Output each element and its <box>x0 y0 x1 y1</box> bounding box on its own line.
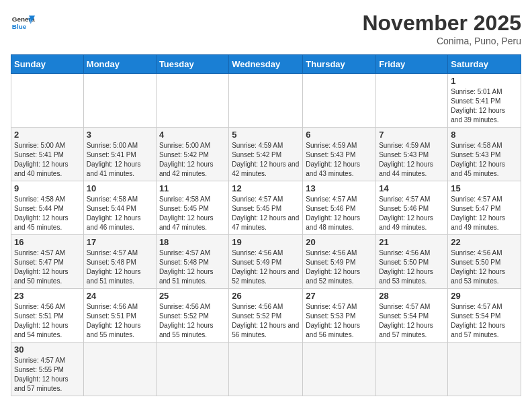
day-number: 11 <box>159 183 226 193</box>
weekday-header-saturday: Saturday <box>448 55 521 74</box>
day-number: 28 <box>379 291 445 301</box>
weekday-header-friday: Friday <box>376 55 448 74</box>
calendar-cell: 26Sunrise: 4:56 AMSunset: 5:52 PMDayligh… <box>229 289 303 342</box>
calendar-cell: 27Sunrise: 4:57 AMSunset: 5:53 PMDayligh… <box>303 289 376 342</box>
calendar-cell: 9Sunrise: 4:58 AMSunset: 5:44 PMDaylight… <box>11 181 84 235</box>
calendar-cell: 10Sunrise: 4:58 AMSunset: 5:44 PMDayligh… <box>83 181 156 235</box>
day-info: Sunrise: 4:57 AMSunset: 5:55 PMDaylight:… <box>14 356 81 394</box>
calendar-cell: 18Sunrise: 4:57 AMSunset: 5:48 PMDayligh… <box>156 235 228 289</box>
calendar-cell <box>448 342 521 396</box>
logo-icon: General Blue <box>11 11 35 35</box>
calendar-week-row: 30Sunrise: 4:57 AMSunset: 5:55 PMDayligh… <box>11 342 521 396</box>
day-info: Sunrise: 4:57 AMSunset: 5:53 PMDaylight:… <box>306 302 373 340</box>
day-info: Sunrise: 4:57 AMSunset: 5:46 PMDaylight:… <box>379 195 445 232</box>
day-info: Sunrise: 4:56 AMSunset: 5:49 PMDaylight:… <box>232 248 300 286</box>
day-info: Sunrise: 4:56 AMSunset: 5:50 PMDaylight:… <box>379 248 445 286</box>
day-info: Sunrise: 4:57 AMSunset: 5:47 PMDaylight:… <box>451 195 518 232</box>
day-number: 14 <box>379 183 445 193</box>
calendar-cell: 12Sunrise: 4:57 AMSunset: 5:45 PMDayligh… <box>229 181 303 235</box>
weekday-header-thursday: Thursday <box>303 55 376 74</box>
day-number: 27 <box>306 291 373 301</box>
calendar-cell <box>229 74 303 128</box>
day-number: 23 <box>14 291 81 301</box>
title-block: November 2025 Conima, Puno, Peru <box>362 11 521 46</box>
calendar-cell: 24Sunrise: 4:56 AMSunset: 5:51 PMDayligh… <box>83 289 156 342</box>
day-info: Sunrise: 4:57 AMSunset: 5:54 PMDaylight:… <box>451 302 518 340</box>
day-info: Sunrise: 5:00 AMSunset: 5:41 PMDaylight:… <box>14 141 81 179</box>
calendar-cell <box>303 74 376 128</box>
day-info: Sunrise: 4:57 AMSunset: 5:48 PMDaylight:… <box>159 248 226 286</box>
day-number: 12 <box>232 183 300 193</box>
calendar-cell: 17Sunrise: 4:57 AMSunset: 5:48 PMDayligh… <box>83 235 156 289</box>
day-info: Sunrise: 4:57 AMSunset: 5:46 PMDaylight:… <box>306 195 373 232</box>
day-number: 30 <box>14 345 81 355</box>
day-number: 2 <box>14 130 81 140</box>
day-number: 18 <box>159 237 226 247</box>
day-number: 9 <box>14 183 81 193</box>
calendar-cell: 21Sunrise: 4:56 AMSunset: 5:50 PMDayligh… <box>376 235 448 289</box>
day-number: 19 <box>232 237 300 247</box>
day-number: 8 <box>451 130 518 140</box>
day-info: Sunrise: 4:59 AMSunset: 5:42 PMDaylight:… <box>232 141 300 179</box>
calendar-week-row: 2Sunrise: 5:00 AMSunset: 5:41 PMDaylight… <box>11 128 521 181</box>
calendar-cell: 22Sunrise: 4:56 AMSunset: 5:50 PMDayligh… <box>448 235 521 289</box>
calendar-cell <box>156 74 228 128</box>
calendar-cell <box>376 74 448 128</box>
logo: General Blue <box>11 11 35 35</box>
calendar-cell: 7Sunrise: 4:59 AMSunset: 5:43 PMDaylight… <box>376 128 448 181</box>
day-info: Sunrise: 5:00 AMSunset: 5:42 PMDaylight:… <box>159 141 226 179</box>
day-info: Sunrise: 4:59 AMSunset: 5:43 PMDaylight:… <box>379 141 445 179</box>
calendar-cell: 6Sunrise: 4:59 AMSunset: 5:43 PMDaylight… <box>303 128 376 181</box>
page-header: General Blue November 2025 Conima, Puno,… <box>11 11 521 46</box>
calendar-cell <box>83 342 156 396</box>
calendar-cell: 1Sunrise: 5:01 AMSunset: 5:41 PMDaylight… <box>448 74 521 128</box>
calendar-cell: 23Sunrise: 4:56 AMSunset: 5:51 PMDayligh… <box>11 289 84 342</box>
calendar-table: SundayMondayTuesdayWednesdayThursdayFrid… <box>11 54 521 396</box>
day-number: 4 <box>159 130 226 140</box>
day-number: 29 <box>451 291 518 301</box>
calendar-cell: 25Sunrise: 4:56 AMSunset: 5:52 PMDayligh… <box>156 289 228 342</box>
calendar-cell: 30Sunrise: 4:57 AMSunset: 5:55 PMDayligh… <box>11 342 84 396</box>
day-number: 15 <box>451 183 518 193</box>
day-number: 25 <box>159 291 226 301</box>
day-info: Sunrise: 4:57 AMSunset: 5:54 PMDaylight:… <box>379 302 445 340</box>
day-number: 3 <box>87 130 153 140</box>
day-number: 21 <box>379 237 445 247</box>
weekday-header-monday: Monday <box>83 55 156 74</box>
day-info: Sunrise: 4:58 AMSunset: 5:45 PMDaylight:… <box>159 195 226 232</box>
calendar-cell: 19Sunrise: 4:56 AMSunset: 5:49 PMDayligh… <box>229 235 303 289</box>
day-info: Sunrise: 4:58 AMSunset: 5:44 PMDaylight:… <box>87 195 153 232</box>
day-number: 1 <box>451 76 518 86</box>
calendar-week-row: 23Sunrise: 4:56 AMSunset: 5:51 PMDayligh… <box>11 289 521 342</box>
day-info: Sunrise: 4:56 AMSunset: 5:51 PMDaylight:… <box>87 302 153 340</box>
location: Conima, Puno, Peru <box>362 36 521 46</box>
weekday-header-row: SundayMondayTuesdayWednesdayThursdayFrid… <box>11 55 521 74</box>
day-number: 13 <box>306 183 373 193</box>
day-number: 7 <box>379 130 445 140</box>
day-info: Sunrise: 4:57 AMSunset: 5:45 PMDaylight:… <box>232 195 300 232</box>
calendar-cell <box>11 74 84 128</box>
calendar-cell: 20Sunrise: 4:56 AMSunset: 5:49 PMDayligh… <box>303 235 376 289</box>
weekday-header-sunday: Sunday <box>11 55 84 74</box>
calendar-week-row: 9Sunrise: 4:58 AMSunset: 5:44 PMDaylight… <box>11 181 521 235</box>
day-info: Sunrise: 4:57 AMSunset: 5:48 PMDaylight:… <box>87 248 153 286</box>
calendar-cell <box>83 74 156 128</box>
calendar-cell: 13Sunrise: 4:57 AMSunset: 5:46 PMDayligh… <box>303 181 376 235</box>
weekday-header-tuesday: Tuesday <box>156 55 228 74</box>
calendar-cell: 4Sunrise: 5:00 AMSunset: 5:42 PMDaylight… <box>156 128 228 181</box>
weekday-header-wednesday: Wednesday <box>229 55 303 74</box>
calendar-cell: 3Sunrise: 5:00 AMSunset: 5:41 PMDaylight… <box>83 128 156 181</box>
day-info: Sunrise: 5:01 AMSunset: 5:41 PMDaylight:… <box>451 87 518 125</box>
calendar-cell <box>303 342 376 396</box>
calendar-cell <box>156 342 228 396</box>
calendar-cell: 14Sunrise: 4:57 AMSunset: 5:46 PMDayligh… <box>376 181 448 235</box>
day-info: Sunrise: 4:59 AMSunset: 5:43 PMDaylight:… <box>306 141 373 179</box>
calendar-cell <box>376 342 448 396</box>
calendar-cell: 29Sunrise: 4:57 AMSunset: 5:54 PMDayligh… <box>448 289 521 342</box>
calendar-cell: 15Sunrise: 4:57 AMSunset: 5:47 PMDayligh… <box>448 181 521 235</box>
day-number: 22 <box>451 237 518 247</box>
day-info: Sunrise: 4:58 AMSunset: 5:43 PMDaylight:… <box>451 141 518 179</box>
svg-text:Blue: Blue <box>12 23 27 30</box>
day-info: Sunrise: 4:56 AMSunset: 5:50 PMDaylight:… <box>451 248 518 286</box>
calendar-cell <box>229 342 303 396</box>
